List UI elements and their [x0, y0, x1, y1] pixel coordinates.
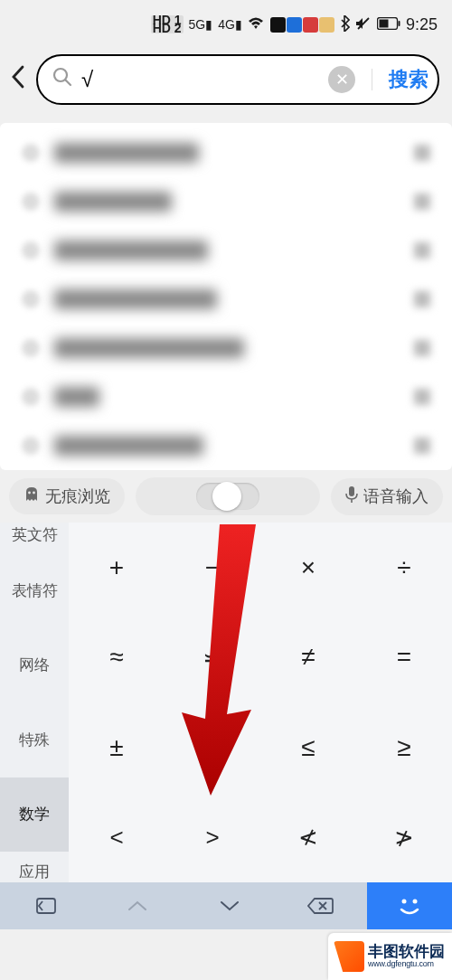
svg-rect-3: [379, 19, 388, 27]
kb-key->[interactable]: >: [165, 793, 260, 883]
svg-point-10: [402, 900, 407, 904]
insert-icon[interactable]: [414, 145, 430, 161]
insert-icon[interactable]: [414, 193, 430, 210]
kb-key-=[interactable]: =: [356, 613, 452, 703]
status-bar: HD 1HD 2 5G▮ 4G▮ 9:25: [0, 0, 452, 49]
svg-line-5: [66, 80, 71, 86]
symbol-keyboard: 英文符 表情符 网络 特殊 数学 应用 +−×÷≈⋍≠=±√≤≥<>≮≯: [0, 523, 452, 882]
kb-chevron-up[interactable]: [92, 882, 184, 929]
incognito-button[interactable]: 无痕浏览: [9, 478, 125, 514]
suggestion-item[interactable]: [0, 177, 452, 226]
kb-key-×[interactable]: ×: [260, 523, 356, 613]
kb-cat-net[interactable]: 网络: [0, 628, 69, 703]
suggestion-item[interactable]: [0, 275, 452, 324]
incognito-label: 无痕浏览: [45, 485, 110, 507]
kb-key-≠[interactable]: ≠: [260, 613, 356, 703]
insert-icon[interactable]: [414, 242, 430, 259]
svg-point-6: [28, 491, 31, 494]
search-button[interactable]: 搜索: [389, 66, 428, 93]
kb-key-√[interactable]: √: [165, 702, 260, 793]
kb-cat-emoji[interactable]: 表情符: [0, 553, 69, 628]
signal-5g-icon: 5G▮: [189, 17, 213, 32]
kb-cat-special[interactable]: 特殊: [0, 702, 69, 777]
suggestion-item[interactable]: [0, 128, 452, 177]
signal-4g-icon: 4G▮: [218, 17, 242, 32]
back-button[interactable]: [7, 65, 29, 95]
kb-key-+[interactable]: +: [69, 523, 165, 613]
kb-backspace[interactable]: [276, 882, 368, 929]
suggestion-item[interactable]: [0, 226, 452, 275]
mode-toggle[interactable]: [136, 477, 320, 515]
kb-chevron-down[interactable]: [184, 882, 276, 929]
mute-icon: [355, 15, 372, 34]
suggestion-item[interactable]: [0, 372, 452, 421]
voice-input-button[interactable]: 语音输入: [331, 478, 443, 515]
kb-key-±[interactable]: ±: [69, 702, 165, 793]
watermark: 丰图软件园 www.dgfengtu.com: [328, 933, 452, 980]
kb-enter[interactable]: [367, 882, 452, 929]
search-row: √ ✕ 搜索: [0, 49, 452, 110]
bluetooth-icon: [340, 15, 350, 34]
kb-key-≤[interactable]: ≤: [260, 702, 356, 793]
search-icon: [52, 67, 72, 92]
ghost-icon: [24, 486, 40, 507]
kb-key-−[interactable]: −: [165, 523, 260, 613]
insert-icon[interactable]: [414, 340, 430, 356]
watermark-logo: [334, 941, 364, 972]
suggestion-item[interactable]: [0, 421, 452, 470]
kb-key-÷[interactable]: ÷: [356, 523, 452, 613]
suggestion-item[interactable]: [0, 324, 452, 372]
kb-key-⋍[interactable]: ⋍: [165, 613, 260, 703]
watermark-title: 丰图软件园: [368, 944, 445, 960]
kb-return-button[interactable]: [0, 882, 92, 929]
watermark-url: www.dgfengtu.com: [368, 960, 445, 968]
kb-cat-math[interactable]: 数学: [0, 777, 69, 853]
search-box[interactable]: √ ✕ 搜索: [36, 54, 439, 105]
keyboard-bottom-bar: [0, 882, 452, 929]
keyboard-categories: 英文符 表情符 网络 特殊 数学 应用: [0, 523, 69, 882]
app-tray-icons: [269, 16, 334, 33]
svg-rect-2: [398, 21, 400, 26]
kb-key-≮[interactable]: ≮: [260, 793, 356, 883]
search-input[interactable]: √: [81, 67, 319, 92]
keyboard-grid: +−×÷≈⋍≠=±√≤≥<>≮≯: [69, 523, 452, 882]
svg-point-7: [33, 491, 35, 494]
insert-icon[interactable]: [414, 438, 430, 454]
hd-indicator: HD 1HD 2: [151, 15, 184, 33]
status-time: 9:25: [406, 15, 438, 34]
suggestions-list: [0, 123, 452, 470]
wifi-icon: [248, 17, 264, 33]
svg-point-11: [413, 900, 418, 904]
battery-icon: [377, 17, 400, 33]
voice-label: 语音输入: [363, 485, 428, 507]
insert-icon[interactable]: [414, 389, 430, 405]
microphone-icon: [345, 485, 358, 508]
kb-key-≥[interactable]: ≥: [356, 702, 452, 793]
insert-icon[interactable]: [414, 291, 430, 307]
svg-rect-8: [349, 486, 354, 496]
divider: [372, 69, 372, 90]
clear-button[interactable]: ✕: [328, 66, 355, 93]
kb-key-≈[interactable]: ≈: [69, 613, 165, 703]
kb-key-<[interactable]: <: [69, 793, 165, 883]
browser-toolbar: 无痕浏览 语音输入: [0, 470, 452, 523]
kb-key-≯[interactable]: ≯: [356, 793, 452, 883]
kb-cat-english[interactable]: 英文符: [0, 523, 69, 553]
kb-cat-app[interactable]: 应用: [0, 852, 69, 882]
